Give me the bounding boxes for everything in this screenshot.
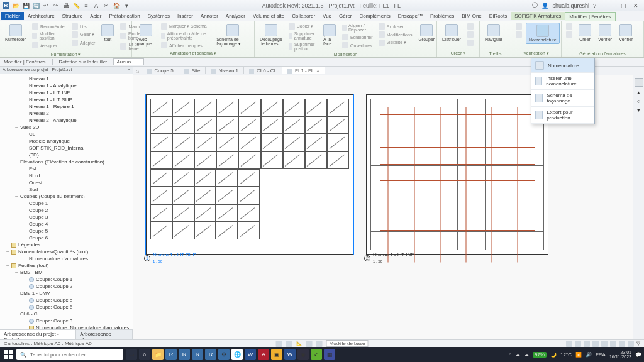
tree-node[interactable]: −Vues 3D [0,124,133,131]
exploser-button[interactable]: Exploser [377,23,414,30]
nav-circle-icon[interactable]: ○ [637,98,640,104]
tree-node[interactable]: SOFiSTiK_RCD_Internal [0,145,133,151]
filter-icon[interactable]: ▽ [636,341,640,346]
network-icon[interactable]: 📶 [575,352,582,358]
revit-icon[interactable]: R [165,349,177,360]
minimize-button[interactable]: — [605,1,616,10]
info-icon[interactable]: ⓘ [532,1,538,9]
revit-icon[interactable]: R [179,349,190,360]
supprimer-position-button[interactable]: Supprimer position [287,41,319,52]
letter-icon[interactable]: A [92,2,100,9]
a-la-face-button[interactable]: À la face [321,23,338,47]
scale-label[interactable]: 📐 [296,341,303,346]
cloud-icon[interactable]: ☁ [515,352,520,358]
gen-ico1[interactable] [564,23,574,30]
creer-ico3[interactable] [465,39,475,47]
tree-node[interactable]: Sud [0,186,133,193]
app-icon[interactable]: ✓ [311,349,322,360]
tab-diroots[interactable]: DiRoots [486,12,511,20]
print-icon[interactable]: 🖶 [62,2,70,9]
redo-icon[interactable]: ↷ [52,2,60,9]
tab-fichier[interactable]: Fichier [1,12,24,20]
grouper-button[interactable]: Grouper [416,23,437,43]
tree-node[interactable]: CL [0,131,133,138]
start-button[interactable] [3,349,14,360]
ouvertures-button[interactable]: Ouvertures [340,41,374,49]
renumeroter-button[interactable]: Renuméroter [30,23,68,30]
creer-ico2[interactable] [465,31,475,38]
tree-node[interactable]: Niveau 1 - LIT INF [0,89,133,96]
browser-tree[interactable]: Niveau 1Niveau 1 - AnalytiqueNiveau 1 - … [0,74,133,329]
dropdown-export[interactable]: Export pour production [531,107,594,124]
sb-ico[interactable] [610,341,616,347]
avec-marque-button[interactable]: Avec marque [135,23,157,47]
gen-ico2[interactable] [564,31,574,38]
close-button[interactable]: ✕ [630,1,641,10]
tout-button[interactable]: tout [99,23,116,43]
tab-acier[interactable]: Acier [86,12,105,20]
obs-icon[interactable]: ◉ [297,349,309,360]
distribuer-button[interactable]: Distribuer [440,23,464,43]
geler-button[interactable]: Geler ▾ [70,31,97,38]
tab-gerer[interactable]: Gérer [335,12,355,20]
tree-node[interactable]: Niveau 1 - Repère 1 [0,103,133,110]
battery-indicator[interactable]: 97% [533,352,547,358]
tree-node[interactable]: Nomenclature d'armatures [0,255,133,262]
save-icon[interactable]: 💾 [22,2,30,9]
tree-node[interactable]: −BM2 - BM [0,269,133,276]
viewport-lit-sup[interactable]: 1 Niveau 1 - LIT SUP 1 : 50 [146,94,353,255]
modifications-button[interactable]: Modifications [377,31,414,38]
weather-icon[interactable]: 🌙 [550,352,557,358]
notifications-icon[interactable]: 💬 [635,352,641,358]
open-icon[interactable]: 📂 [12,2,19,9]
altitude-cable-button[interactable]: Altitude du câble de précontrainte [159,31,212,41]
nomenclature-button[interactable]: Nomenclature [526,23,560,44]
tab-collaborer[interactable]: Collaborer [288,12,319,20]
tree-node[interactable]: Ouest [0,179,133,186]
dropdown-inserer-nomenclature[interactable]: Insérer une nomenclature [531,73,594,90]
browser-close-icon[interactable]: × [128,67,130,73]
word-icon[interactable]: W [245,349,256,360]
browser-tab-project[interactable]: Arborescence du projet - Projet1.rvt [0,330,76,339]
tab-problemes[interactable]: Problèmes [426,12,458,20]
nav-wheel-icon[interactable] [635,78,643,87]
tree-node[interactable]: −Elévations (Elévation de construction) [0,158,133,165]
nav-down-icon[interactable]: ▾ [637,107,640,113]
align-icon[interactable]: ≡ [82,2,90,9]
tab-prefabrication[interactable]: Préfabrication [105,12,143,20]
dropdown-schema-faconnage[interactable]: Schéma de façonnage [531,90,594,107]
tree-node[interactable]: Niveau 2 - Analytique [0,117,133,124]
tab-vue[interactable]: Vue [319,12,335,20]
rotation-value[interactable]: Aucun [113,58,144,65]
sb-ico[interactable] [619,341,625,347]
tab-complements[interactable]: Compléments [356,12,394,20]
tab-sofistik[interactable]: SOFiSTiK Armatures [511,12,565,20]
adapter-button[interactable]: Adapter [70,39,97,47]
tab-modifier-fenetres[interactable]: Modifier | Fenêtres [565,12,616,21]
sb-ico[interactable] [584,341,590,347]
tree-node[interactable]: Niveau 1 - LIT SUP [0,96,133,103]
settings-icon[interactable]: ⚙ [218,349,230,360]
verif-ico2[interactable] [514,31,524,38]
echelonner-button[interactable]: Echelonner [340,33,374,41]
gen-verifier2-button[interactable]: Vérifier [616,23,635,43]
taskbar-search[interactable]: 🔍 Taper ici pour rechercher [16,349,123,360]
tree-node[interactable]: Coupe: Coupe 5 [0,297,133,304]
tree-node[interactable]: Coupe: Coupe 1 [0,276,133,283]
app-icon[interactable]: ▣ [271,349,282,360]
help-icon[interactable]: ? [593,3,596,9]
visibilite-button[interactable]: Visibilité ▾ [377,39,414,47]
view-tab-fl1[interactable]: FL1 - FL× [282,67,325,74]
gen-creer-button[interactable]: Créer [576,23,594,43]
tree-node[interactable]: −Feuilles (tout) [0,262,133,269]
measure-icon[interactable]: 📏 [72,2,80,9]
autocad-icon[interactable]: A [258,349,269,360]
tree-node[interactable]: Modèle analytique [0,138,133,145]
tree-node[interactable]: Niveau 1 [0,75,133,82]
view-tab-cl6[interactable]: CL6 - CL [244,67,282,74]
modifier-position-button[interactable]: Modifier position [30,31,68,41]
tab-inserer[interactable]: Insérer [174,12,197,20]
schema-faconnage-button[interactable]: Schéma de façonnage ▾ [214,23,252,48]
tree-node[interactable]: Coupe 5 [0,228,133,234]
task-view-icon[interactable]: ▭ [126,349,137,360]
